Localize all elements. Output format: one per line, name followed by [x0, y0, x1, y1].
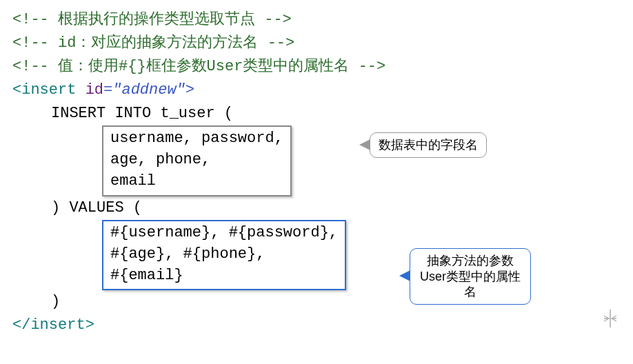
- annotation-values-text: 抽象方法的参数User类型中的属性名: [420, 254, 521, 299]
- annotation-columns-text: 数据表中的字段名: [379, 138, 478, 152]
- attr-eq-open: =": [103, 81, 121, 99]
- xml-comment-line-3: <!-- 值：使用#{}框住参数User类型中的属性名 -->: [12, 55, 621, 79]
- comment-open: <!--: [12, 34, 49, 52]
- tag-open-bracket: <: [12, 81, 21, 99]
- tag-name-insert: insert: [21, 81, 76, 99]
- comment-open: <!--: [12, 11, 49, 28]
- comment-close: -->: [359, 58, 386, 75]
- attr-value-addnew: addnew: [121, 81, 176, 99]
- sql-insert-line: INSERT INTO t_user (: [51, 102, 621, 125]
- comment-close: -->: [268, 34, 295, 52]
- sql-values-line: ) VALUES (: [51, 196, 621, 220]
- values-box: #{username}, #{password}, #{age}, #{phon…: [102, 220, 346, 290]
- columns-box: username, password, age, phone, email: [102, 125, 292, 196]
- comment-open: <!--: [12, 58, 49, 75]
- insert-close-tag-line: </insert>: [12, 314, 621, 337]
- xml-comment-line-2: <!-- id：对应的抽象方法的方法名 -->: [12, 32, 621, 55]
- comment-close: -->: [264, 11, 292, 28]
- tag-name-insert-close: insert: [30, 316, 85, 334]
- tag-close-open-bracket: </: [12, 316, 30, 334]
- xml-comment-line-1: <!-- 根据执行的操作类型选取节点 -->: [12, 8, 621, 32]
- tag-close-bracket: >: [86, 316, 94, 334]
- attr-close-gt: ">: [177, 81, 194, 99]
- annotation-columns: 数据表中的字段名: [370, 132, 487, 158]
- comment-3-text: 值：使用#{}框住参数User类型中的属性名: [49, 58, 359, 75]
- comment-1-text: 根据执行的操作类型选取节点: [49, 11, 264, 28]
- comment-2-text: id：对应的抽象方法的方法名: [49, 34, 268, 52]
- insert-open-tag-line: <insert id="addnew">: [12, 79, 621, 102]
- annotation-values: 抽象方法的参数User类型中的属性名: [410, 248, 531, 305]
- attr-name-id: id: [86, 81, 103, 99]
- sql-close-paren: ): [51, 290, 621, 314]
